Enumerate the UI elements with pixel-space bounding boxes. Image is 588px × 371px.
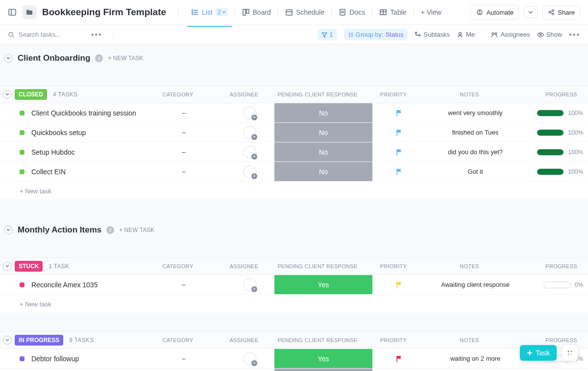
task-row[interactable]: Debtor followup–Yeswaiting on 2 more0%: [0, 349, 588, 369]
col-progress[interactable]: PROGRESS: [518, 337, 582, 343]
cell-progress[interactable]: 0%: [524, 275, 588, 294]
subtasks-toggle[interactable]: Subtasks: [415, 31, 450, 38]
section-collapse[interactable]: [4, 226, 13, 234]
status-square[interactable]: [20, 282, 24, 287]
new-task-header[interactable]: + NEW TASK: [119, 227, 154, 233]
cell-notes[interactable]: Awaiting client response: [426, 275, 524, 294]
new-task-header[interactable]: + NEW TASK: [108, 55, 143, 62]
view-table[interactable]: Table: [378, 5, 407, 19]
new-task-fab[interactable]: Task: [520, 345, 557, 361]
col-priority[interactable]: PRIORITY: [367, 92, 420, 97]
cell-assignee[interactable]: [225, 103, 274, 122]
group-status-label[interactable]: STUCK: [15, 261, 43, 272]
cell-assignee[interactable]: [225, 162, 274, 181]
cell-assignee[interactable]: [225, 349, 274, 368]
cell-progress[interactable]: 100%: [524, 103, 588, 122]
cell-notes[interactable]: finished on Tues: [426, 123, 524, 142]
task-row[interactable]: Setup Hubdoc–Nodid you do this yet?100%: [0, 142, 588, 162]
status-square[interactable]: [20, 169, 24, 174]
cell-notes[interactable]: did you do this yet?: [426, 142, 524, 162]
cell-assignee[interactable]: [225, 275, 274, 294]
cell-category[interactable]: –: [142, 369, 225, 371]
info-icon[interactable]: i: [106, 226, 114, 234]
cell-priority[interactable]: [372, 142, 426, 162]
group-collapse[interactable]: [3, 262, 12, 271]
search-more-icon[interactable]: •••: [91, 31, 102, 39]
assignee-empty-icon[interactable]: [244, 126, 256, 139]
cell-assignee[interactable]: [225, 142, 274, 162]
assignee-empty-icon[interactable]: [244, 107, 256, 119]
assignees-filter[interactable]: Assignees: [490, 31, 530, 38]
cell-pending[interactable]: No: [274, 142, 372, 162]
share-button[interactable]: Share: [542, 5, 580, 20]
view-schedule[interactable]: Schedule: [284, 5, 325, 19]
col-progress[interactable]: PROGRESS: [518, 92, 582, 97]
sidebar-toggle-icon[interactable]: [8, 8, 17, 17]
status-square[interactable]: [20, 150, 24, 155]
automate-button[interactable]: Automate: [470, 5, 519, 20]
col-notes[interactable]: NOTES: [420, 263, 518, 269]
cell-pending[interactable]: Yes: [274, 349, 372, 368]
col-priority[interactable]: PRIORITY: [367, 263, 420, 269]
col-category[interactable]: CATEGORY: [136, 337, 220, 343]
cell-priority[interactable]: [372, 123, 426, 142]
view-docs[interactable]: Docs: [338, 5, 366, 19]
group-status-label[interactable]: CLOSED: [15, 89, 47, 100]
task-row[interactable]: Payroll–Noin process0%: [0, 369, 588, 371]
cell-category[interactable]: –: [142, 162, 225, 181]
col-category[interactable]: CATEGORY: [136, 92, 220, 97]
cell-assignee[interactable]: [225, 369, 274, 371]
show-toggle[interactable]: Show: [537, 31, 563, 38]
status-square[interactable]: [20, 130, 24, 135]
cell-priority[interactable]: [372, 103, 426, 122]
cell-progress[interactable]: 100%: [524, 123, 588, 142]
col-assignee[interactable]: ASSIGNEE: [220, 337, 269, 343]
col-notes[interactable]: NOTES: [420, 92, 518, 97]
cell-pending[interactable]: No: [274, 162, 372, 181]
cell-progress[interactable]: 100%: [524, 142, 588, 162]
group-collapse[interactable]: [3, 336, 12, 345]
cell-pending[interactable]: No: [274, 123, 372, 142]
cell-category[interactable]: –: [142, 142, 225, 162]
cell-progress[interactable]: 100%: [524, 162, 588, 181]
assignee-empty-icon[interactable]: [244, 146, 256, 159]
filter-pill[interactable]: 1: [318, 29, 337, 40]
view-list[interactable]: List 2: [190, 5, 228, 19]
app-switcher-icon[interactable]: [562, 345, 578, 361]
cell-category[interactable]: –: [142, 123, 225, 142]
folder-icon[interactable]: [23, 5, 36, 19]
status-square[interactable]: [20, 111, 24, 116]
status-square[interactable]: [20, 356, 24, 361]
cell-notes[interactable]: waiting on 2 more: [426, 349, 524, 368]
info-icon[interactable]: i: [95, 54, 103, 62]
col-progress[interactable]: PROGRESS: [518, 263, 582, 269]
new-task-row[interactable]: + New task: [0, 182, 588, 200]
subbar-more-icon[interactable]: •••: [569, 31, 580, 39]
search-input[interactable]: [8, 30, 86, 39]
col-pending[interactable]: PENDING CLIENT RESPONSE: [269, 337, 367, 343]
cell-category[interactable]: –: [142, 349, 225, 368]
cell-priority[interactable]: [372, 162, 426, 181]
cell-category[interactable]: –: [142, 103, 225, 122]
task-row[interactable]: Reconcile Amex 1035–YesAwaiting client r…: [0, 275, 588, 295]
cell-priority[interactable]: [372, 369, 426, 371]
cell-notes[interactable]: Got it: [426, 162, 524, 181]
group-by-pill[interactable]: Group by: Status: [344, 29, 408, 40]
new-task-row[interactable]: + New task: [0, 295, 588, 313]
me-filter[interactable]: Me: [457, 31, 475, 38]
cell-notes[interactable]: in process: [426, 369, 524, 371]
cell-pending[interactable]: Yes: [274, 275, 372, 294]
col-assignee[interactable]: ASSIGNEE: [220, 92, 269, 97]
col-category[interactable]: CATEGORY: [136, 263, 220, 269]
assignee-empty-icon[interactable]: [244, 165, 256, 178]
col-notes[interactable]: NOTES: [420, 337, 518, 343]
cell-category[interactable]: –: [142, 275, 225, 294]
cell-progress[interactable]: 0%: [524, 369, 588, 371]
section-collapse[interactable]: [4, 54, 13, 63]
task-row[interactable]: Client Quickbooks training session–Nowen…: [0, 103, 588, 123]
cell-pending[interactable]: No: [274, 369, 372, 371]
group-collapse[interactable]: [3, 90, 12, 99]
col-pending[interactable]: PENDING CLIENT RESPONSE: [269, 92, 367, 97]
task-row[interactable]: Quickbooks setup–Nofinished on Tues100%: [0, 123, 588, 142]
view-board[interactable]: Board: [241, 5, 272, 19]
